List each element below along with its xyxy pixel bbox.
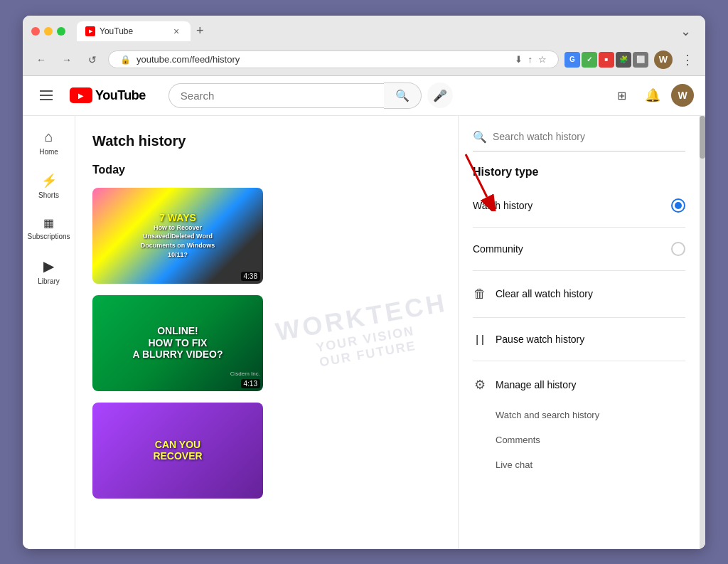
ext-split-icon[interactable]: ⬜ bbox=[633, 52, 648, 68]
ext-red-icon[interactable]: ■ bbox=[599, 52, 614, 68]
ext-check-icon[interactable]: ✓ bbox=[582, 52, 597, 68]
library-icon: ▶ bbox=[43, 257, 54, 275]
mic-button[interactable]: 🎤 bbox=[427, 83, 453, 108]
header-actions: ⊞ 🔔 W bbox=[609, 83, 694, 108]
comments-item[interactable]: Comments bbox=[473, 427, 685, 452]
right-panel: 🔍 History type bbox=[458, 116, 700, 549]
radio-inner bbox=[675, 202, 682, 209]
pause-history-label: Pause watch history bbox=[496, 334, 584, 345]
sidebar-item-home[interactable]: ⌂ Home bbox=[25, 122, 73, 163]
video-card-3[interactable]: CAN YOURECOVER bbox=[92, 403, 441, 499]
content-wrapper: ⌂ Home ⚡ Shorts ▦ Subscriptions ▶ Librar… bbox=[23, 116, 705, 549]
watch-history-section: Watch history Today 7 WAYS How to Recove… bbox=[75, 116, 458, 549]
sidebar: ⌂ Home ⚡ Shorts ▦ Subscriptions ▶ Librar… bbox=[23, 116, 75, 549]
thumb-inner-2: ONLINE!HOW TO FIXA BLURRY VIDEO? Cisdem … bbox=[92, 295, 263, 391]
search-history-input[interactable] bbox=[493, 131, 685, 142]
sidebar-item-library[interactable]: ▶ Library bbox=[25, 250, 73, 292]
home-icon: ⌂ bbox=[44, 129, 53, 145]
clear-history-action[interactable]: 🗑 Clear all watch history bbox=[473, 277, 685, 312]
tab-dropdown-button[interactable]: ⌄ bbox=[675, 23, 697, 39]
scrollbar-thumb[interactable] bbox=[700, 116, 705, 159]
browser-chrome: YouTube × + ⌄ ← → ↺ 🔒 youtube.com/feed/h… bbox=[23, 16, 705, 76]
sidebar-item-subscriptions[interactable]: ▦ Subscriptions bbox=[25, 209, 73, 248]
clear-history-label: Clear all watch history bbox=[496, 288, 593, 299]
main-content: Watch history Today 7 WAYS How to Recove… bbox=[75, 116, 705, 549]
tab-bar: YouTube × + ⌄ bbox=[77, 21, 697, 41]
title-bar: YouTube × + ⌄ bbox=[23, 16, 705, 47]
share-icon: ↑ bbox=[528, 54, 533, 65]
manage-history-action[interactable]: ⚙ Manage all history bbox=[473, 367, 685, 403]
tab-favicon bbox=[85, 26, 95, 36]
address-bar: ← → ↺ 🔒 youtube.com/feed/history ⬇ ↑ ☆ G… bbox=[23, 47, 705, 75]
shorts-icon: ⚡ bbox=[41, 173, 57, 188]
refresh-button[interactable]: ↺ bbox=[82, 50, 102, 70]
extension-icons: G ✓ ■ 🧩 ⬜ bbox=[564, 52, 648, 68]
divider-3 bbox=[473, 317, 685, 318]
close-button[interactable] bbox=[31, 27, 40, 36]
watch-search-history-item[interactable]: Watch and search history bbox=[473, 403, 685, 427]
sidebar-label-subscriptions: Subscriptions bbox=[27, 233, 70, 240]
thumb-inner-3: CAN YOURECOVER bbox=[92, 403, 263, 499]
search-input[interactable] bbox=[168, 83, 384, 108]
ext-puzzle-icon[interactable]: 🧩 bbox=[616, 52, 631, 68]
history-type-section: History type bbox=[473, 166, 685, 265]
divider-1 bbox=[473, 227, 685, 228]
video-card-2[interactable]: ONLINE!HOW TO FIXA BLURRY VIDEO? Cisdem … bbox=[92, 295, 441, 391]
sidebar-item-shorts[interactable]: ⚡ Shorts bbox=[25, 166, 73, 206]
tab-close-button[interactable]: × bbox=[171, 26, 182, 37]
create-button[interactable]: ⊞ bbox=[609, 83, 634, 108]
divider-4 bbox=[473, 361, 685, 361]
minimize-button[interactable] bbox=[44, 27, 53, 36]
sidebar-label-shorts: Shorts bbox=[38, 191, 59, 199]
thumb-text-3: CAN YOURECOVER bbox=[153, 439, 202, 462]
window-controls bbox=[31, 27, 65, 36]
subscriptions-icon: ▦ bbox=[43, 216, 54, 230]
history-option-community[interactable]: Community bbox=[473, 233, 685, 265]
divider-2 bbox=[473, 270, 685, 271]
yt-logo[interactable]: YouTube bbox=[70, 87, 146, 103]
youtube-app: YouTube 🔍 🎤 ⊞ 🔔 W ⌂ Home ⚡ bbox=[23, 76, 705, 549]
forward-button[interactable]: → bbox=[57, 50, 77, 70]
browser-menu-button[interactable]: ⋮ bbox=[678, 52, 697, 68]
sidebar-label-library: Library bbox=[38, 277, 60, 285]
user-avatar[interactable]: W bbox=[671, 84, 694, 107]
section-date: Today bbox=[92, 164, 441, 176]
clear-icon: 🗑 bbox=[473, 287, 487, 302]
thumb-text-2: ONLINE!HOW TO FIXA BLURRY VIDEO? bbox=[132, 325, 223, 361]
back-button[interactable]: ← bbox=[31, 50, 51, 70]
address-input-container[interactable]: 🔒 youtube.com/feed/history ⬇ ↑ ☆ bbox=[108, 50, 559, 68]
watch-search-label: Watch and search history bbox=[496, 410, 599, 420]
gear-icon: ⚙ bbox=[473, 377, 487, 393]
ext-gmail-icon[interactable]: G bbox=[564, 52, 580, 68]
community-radio[interactable] bbox=[671, 242, 685, 256]
watch-history-radio[interactable] bbox=[671, 198, 685, 213]
address-url: youtube.com/feed/history bbox=[136, 54, 509, 65]
star-icon: ☆ bbox=[538, 54, 547, 65]
live-chat-item[interactable]: Live chat bbox=[473, 452, 685, 477]
new-tab-button[interactable]: + bbox=[191, 23, 210, 38]
video-duration-1: 4:38 bbox=[241, 272, 260, 281]
video-thumbnail-2: ONLINE!HOW TO FIXA BLURRY VIDEO? Cisdem … bbox=[92, 295, 263, 391]
sidebar-label-home: Home bbox=[39, 148, 58, 156]
notifications-button[interactable]: 🔔 bbox=[640, 83, 665, 108]
video-card-1[interactable]: 7 WAYS How to RecoverUnsaved/Deleted Wor… bbox=[92, 188, 441, 284]
watch-history-title: Watch history bbox=[92, 133, 441, 149]
search-button[interactable]: 🔍 bbox=[384, 83, 422, 109]
browser-profile[interactable]: W bbox=[654, 50, 673, 69]
video-thumbnail-3: CAN YOURECOVER bbox=[92, 403, 263, 499]
thumb-inner-1: 7 WAYS How to RecoverUnsaved/Deleted Wor… bbox=[92, 188, 263, 284]
pause-icon: | | bbox=[473, 334, 487, 345]
pause-history-action[interactable]: | | Pause watch history bbox=[473, 324, 685, 355]
video-thumbnail-1: 7 WAYS How to RecoverUnsaved/Deleted Wor… bbox=[92, 188, 263, 284]
comments-label: Comments bbox=[496, 435, 540, 445]
maximize-button[interactable] bbox=[57, 27, 65, 36]
active-tab[interactable]: YouTube × bbox=[77, 21, 191, 41]
scrollbar[interactable] bbox=[700, 116, 705, 549]
download-icon: ⬇ bbox=[515, 54, 523, 65]
search-container: 🔍 🎤 bbox=[168, 83, 453, 109]
history-option-watch[interactable]: Watch history bbox=[473, 190, 685, 221]
thumb-subtext-1: How to RecoverUnsaved/Deleted WordDocume… bbox=[141, 223, 215, 259]
hamburger-menu[interactable] bbox=[34, 85, 58, 106]
yt-logo-text: YouTube bbox=[95, 88, 146, 103]
cisdem-label: Cisdem Inc. bbox=[92, 371, 260, 377]
